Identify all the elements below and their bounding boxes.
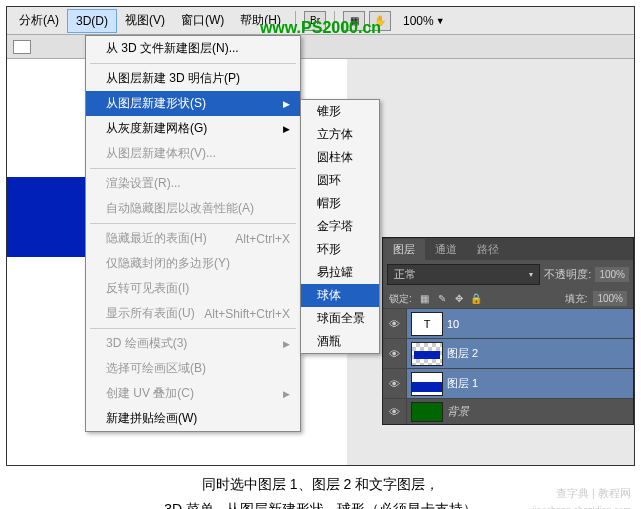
layer-name[interactable]: 背景: [447, 404, 469, 419]
menu-item-auto-hide-layers: 自动隐藏图层以改善性能(A): [86, 196, 300, 221]
layer-name[interactable]: 图层 1: [447, 376, 478, 391]
shape-soda-can[interactable]: 易拉罐: [301, 261, 379, 284]
menu-item-new-3d-postcard[interactable]: 从图层新建 3D 明信片(P): [86, 66, 300, 91]
separator: [90, 223, 296, 224]
shape-pyramid[interactable]: 金字塔: [301, 215, 379, 238]
visibility-eye-icon[interactable]: 👁: [383, 339, 407, 368]
visibility-eye-icon[interactable]: 👁: [383, 309, 407, 338]
swatch[interactable]: [13, 40, 31, 54]
lock-transparency-icon[interactable]: ▦: [418, 292, 432, 306]
visibility-eye-icon[interactable]: 👁: [383, 369, 407, 398]
menu-item-select-paintable: 选择可绘画区域(B): [86, 356, 300, 381]
opacity-value[interactable]: 100%: [595, 267, 629, 282]
chevron-down-icon[interactable]: ▼: [436, 16, 445, 26]
shape-cylinder[interactable]: 圆柱体: [301, 146, 379, 169]
menu-analyze[interactable]: 分析(A): [11, 8, 67, 33]
shape-cone[interactable]: 锥形: [301, 100, 379, 123]
lock-pixels-icon[interactable]: ✎: [435, 292, 449, 306]
lock-label: 锁定:: [389, 292, 412, 306]
menu-view[interactable]: 视图(V): [117, 8, 173, 33]
submenu-arrow-icon: ▶: [283, 124, 290, 134]
submenu-shapes: 锥形 立方体 圆柱体 圆环 帽形 金字塔 环形 易拉罐 球体 球面全景 酒瓶: [300, 99, 380, 354]
menu-item-new-layer-from-3d-file[interactable]: 从 3D 文件新建图层(N)...: [86, 36, 300, 61]
shape-wine-bottle[interactable]: 酒瓶: [301, 330, 379, 353]
shape-donut[interactable]: 圆环: [301, 169, 379, 192]
blend-mode-select[interactable]: 正常▾: [387, 264, 540, 285]
lock-position-icon[interactable]: ✥: [452, 292, 466, 306]
visibility-eye-icon[interactable]: 👁: [383, 399, 407, 424]
separator: [90, 63, 296, 64]
layer-thumb: [411, 402, 443, 422]
menu-item-new-tiled-painting[interactable]: 新建拼贴绘画(W): [86, 406, 300, 431]
menu-item-hide-enclosed: 仅隐藏封闭的多边形(Y): [86, 251, 300, 276]
shape-cube[interactable]: 立方体: [301, 123, 379, 146]
watermark-text: www.PS2000.cn: [260, 19, 381, 37]
layer-name[interactable]: 图层 2: [447, 346, 478, 361]
tab-layers[interactable]: 图层: [383, 239, 425, 260]
dropdown-3d-menu: 从 3D 文件新建图层(N)... 从图层新建 3D 明信片(P) 从图层新建形…: [85, 35, 301, 432]
zoom-level[interactable]: 100%: [403, 14, 434, 28]
layer-row[interactable]: 👁 图层 2: [383, 338, 633, 368]
submenu-arrow-icon: ▶: [283, 339, 290, 349]
menu-item-new-volume: 从图层新建体积(V)...: [86, 141, 300, 166]
tab-channels[interactable]: 通道: [425, 239, 467, 260]
corner-watermark-url: jiaocheng.chazidian.com: [532, 505, 631, 509]
menu-item-3d-paint-mode: 3D 绘画模式(3)▶: [86, 331, 300, 356]
caption: 同时选中图层 1、图层 2 和文字图层， 3D 菜单 - 从图层新建形状 - 球…: [0, 472, 641, 509]
menu-item-new-shape-from-layer[interactable]: 从图层新建形状(S)▶: [86, 91, 300, 116]
layer-thumb: [411, 342, 443, 366]
layer-row-bg[interactable]: 👁 背景: [383, 398, 633, 424]
tab-paths[interactable]: 路径: [467, 239, 509, 260]
layers-panel: 图层 通道 路径 正常▾ 不透明度: 100% 锁定: ▦ ✎ ✥ 🔒 填充: …: [382, 237, 634, 425]
separator: [90, 168, 296, 169]
menu-window[interactable]: 窗口(W): [173, 8, 232, 33]
shape-spherical-panorama[interactable]: 球面全景: [301, 307, 379, 330]
fill-value[interactable]: 100%: [593, 291, 627, 306]
layer-thumb: [411, 372, 443, 396]
menu-item-show-all: 显示所有表面(U)Alt+Shift+Ctrl+X: [86, 301, 300, 326]
shape-hat[interactable]: 帽形: [301, 192, 379, 215]
menu-item-render-settings: 渲染设置(R)...: [86, 171, 300, 196]
corner-watermark: 查字典 | 教程网: [556, 486, 631, 501]
shape-sphere[interactable]: 球体: [301, 284, 379, 307]
menu-item-new-mesh-from-grayscale[interactable]: 从灰度新建网格(G)▶: [86, 116, 300, 141]
separator: [90, 328, 296, 329]
menu-3d[interactable]: 3D(D): [67, 9, 117, 33]
submenu-arrow-icon: ▶: [283, 389, 290, 399]
menu-item-hide-nearest: 隐藏最近的表面(H)Alt+Ctrl+X: [86, 226, 300, 251]
shape-ring[interactable]: 环形: [301, 238, 379, 261]
panel-tabs: 图层 通道 路径: [383, 238, 633, 260]
layer-thumb-text: T: [411, 312, 443, 336]
submenu-arrow-icon: ▶: [283, 99, 290, 109]
opacity-label: 不透明度:: [544, 267, 591, 282]
fill-label: 填充:: [565, 292, 588, 306]
layer-name[interactable]: 10: [447, 318, 459, 330]
layer-row[interactable]: 👁 T 10: [383, 308, 633, 338]
caption-line-1: 同时选中图层 1、图层 2 和文字图层，: [0, 472, 641, 497]
menu-item-invert-visible: 反转可见表面(I): [86, 276, 300, 301]
chevron-down-icon: ▾: [529, 270, 533, 279]
layer-row[interactable]: 👁 图层 1: [383, 368, 633, 398]
lock-all-icon[interactable]: 🔒: [469, 292, 483, 306]
menu-item-create-uv-overlay: 创建 UV 叠加(C)▶: [86, 381, 300, 406]
